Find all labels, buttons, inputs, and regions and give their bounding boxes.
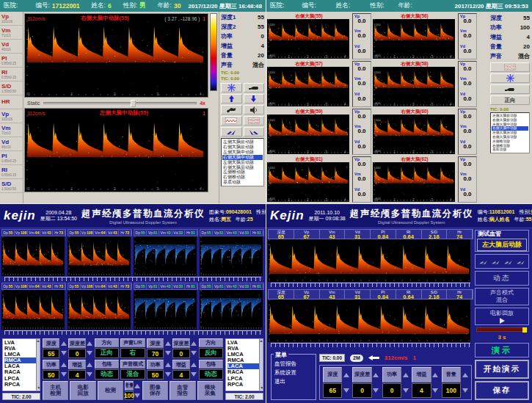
control-label-button[interactable]: 方向 xyxy=(95,338,119,347)
decrease-button[interactable] xyxy=(134,393,140,398)
vessel-list-item[interactable]: 左侧大脑中动脉 xyxy=(222,150,263,155)
measurement-item: Vm43 xyxy=(159,284,172,288)
wave-grid-icon[interactable] xyxy=(244,116,265,126)
increase-button[interactable] xyxy=(61,341,67,346)
decrease-button[interactable] xyxy=(165,351,171,355)
control-label-button[interactable]: 功率 xyxy=(43,360,59,369)
probe-cam-icon[interactable] xyxy=(221,105,242,115)
control-label-button[interactable]: 包络 xyxy=(199,360,223,368)
slider-track[interactable] xyxy=(43,102,197,104)
dynamic-button[interactable]: 动态 xyxy=(475,271,529,286)
control-label-button[interactable]: 深度差 xyxy=(172,338,189,348)
snowflake-icon[interactable] xyxy=(490,73,530,83)
vessel-list-item[interactable]: RPCA xyxy=(227,382,261,388)
increase-button[interactable] xyxy=(373,373,379,377)
increase-button[interactable] xyxy=(134,384,140,388)
increase-button[interactable] xyxy=(165,363,171,367)
function-button[interactable]: 模块采集 xyxy=(197,381,223,400)
probe-angle-left-icon[interactable] xyxy=(221,127,242,137)
control-label-button[interactable]: 方向 xyxy=(199,338,223,347)
start-demo-button[interactable]: 开始演示 xyxy=(475,360,529,379)
vessel-list-item[interactable]: 左侧大脑前动脉 xyxy=(222,139,263,145)
increase-button[interactable] xyxy=(165,341,171,346)
vessel-list-item[interactable]: 右侧大脑中动脉 xyxy=(222,155,263,160)
vessel-list-item[interactable]: 基底动脉 xyxy=(492,148,528,152)
function-button[interactable]: 图像保存 xyxy=(142,381,168,400)
decrease-button[interactable] xyxy=(61,372,67,377)
increase-button[interactable] xyxy=(87,341,92,346)
control-label-button[interactable]: 深度 xyxy=(43,338,59,348)
decrease-button[interactable] xyxy=(87,351,92,355)
decrease-button[interactable] xyxy=(403,388,409,393)
control-label-button[interactable]: 深度差 xyxy=(352,367,371,382)
increase-button[interactable] xyxy=(191,341,197,346)
vessel-list-item[interactable]: 右侧大脑前动脉 xyxy=(222,145,263,150)
wave-line-icon[interactable] xyxy=(221,116,242,126)
decrease-button[interactable] xyxy=(462,388,468,393)
function-button[interactable]: 电影回放 xyxy=(70,381,95,400)
menu-item[interactable]: 系统设置 xyxy=(274,368,313,377)
scrollbar[interactable] xyxy=(259,339,263,391)
slider-handle[interactable] xyxy=(131,100,136,107)
decrease-button[interactable] xyxy=(61,351,67,355)
save-button[interactable]: 保存 xyxy=(475,381,529,400)
snowflake-icon[interactable] xyxy=(221,83,242,92)
menu-item[interactable]: 退出 xyxy=(274,377,313,386)
vessel-list-item[interactable]: RPCA xyxy=(4,382,38,388)
decrease-button[interactable] xyxy=(343,388,349,393)
demo-button[interactable]: 演示 xyxy=(475,343,529,357)
control-label-button[interactable]: 深度 xyxy=(323,367,342,382)
control-label-button[interactable]: 深度 xyxy=(147,338,164,348)
measurement-item: Vm64 xyxy=(28,284,40,288)
speaker-icon[interactable] xyxy=(244,105,265,115)
control-label-button[interactable]: 音量 xyxy=(442,367,461,382)
control-label-button[interactable]: 功率 xyxy=(382,367,401,382)
control-label-button[interactable]: 声窗L/R xyxy=(120,338,145,347)
decrease-button[interactable] xyxy=(432,388,438,393)
control-label-button[interactable]: 包络 xyxy=(95,360,119,368)
control-label-button[interactable]: 音量 xyxy=(125,381,133,391)
decrease-button[interactable] xyxy=(165,372,171,377)
increase-button[interactable] xyxy=(343,373,349,377)
menu-item[interactable]: 血管报告 xyxy=(274,360,313,368)
measurement-label: Hr xyxy=(252,284,256,288)
control-label-button[interactable]: 深度差 xyxy=(68,338,85,348)
increase-button[interactable] xyxy=(432,373,438,377)
scrollbar[interactable] xyxy=(36,339,40,391)
control-label-button[interactable]: 声音模式 xyxy=(120,360,145,368)
probe-icon[interactable] xyxy=(244,83,265,92)
arrow-down-icon[interactable] xyxy=(244,94,265,104)
playback-progress[interactable] xyxy=(476,327,528,333)
increase-button[interactable] xyxy=(87,363,92,367)
vessel-list-item[interactable]: 基底动脉 xyxy=(222,180,263,185)
control-label-button[interactable]: 增益 xyxy=(172,360,189,369)
decrease-button[interactable] xyxy=(191,351,197,355)
control-label-button[interactable]: 增益 xyxy=(68,360,85,369)
cine-playback-button[interactable]: 电影回放 xyxy=(475,308,529,325)
direction-button[interactable]: 正向 xyxy=(490,95,530,105)
sound-mode-button[interactable]: 声音模式混合 xyxy=(475,288,529,305)
increase-button[interactable] xyxy=(191,363,197,367)
increase-button[interactable] xyxy=(462,373,468,377)
function-button[interactable]: 血管报告 xyxy=(170,381,195,400)
control-label-button[interactable]: 功率 xyxy=(147,360,164,369)
vessel-list-item[interactable]: 左侧大脑后动脉 xyxy=(222,160,263,165)
probe-angle-right-icon[interactable] xyxy=(244,127,265,137)
increase-button[interactable] xyxy=(403,373,409,377)
decrease-button[interactable] xyxy=(191,372,197,377)
probe-icon[interactable] xyxy=(490,84,530,94)
function-button[interactable]: 检测 xyxy=(98,381,123,400)
wave-grid-icon[interactable] xyxy=(490,62,530,72)
measurement-value: 43 xyxy=(329,294,335,299)
progress-handle[interactable] xyxy=(522,327,527,333)
probe-mode-button[interactable] xyxy=(475,254,529,269)
selected-vessel[interactable]: 左大脑后动脉 xyxy=(477,239,527,251)
function-button[interactable]: 主机检测 xyxy=(43,381,68,400)
decrease-button[interactable] xyxy=(87,372,92,377)
stepper xyxy=(164,360,171,380)
arrow-up-icon[interactable] xyxy=(221,94,242,104)
control-label-button[interactable]: 增益 xyxy=(412,367,431,382)
probe-badge[interactable]: 2M xyxy=(350,355,363,362)
increase-button[interactable] xyxy=(61,363,67,367)
decrease-button[interactable] xyxy=(373,388,379,393)
